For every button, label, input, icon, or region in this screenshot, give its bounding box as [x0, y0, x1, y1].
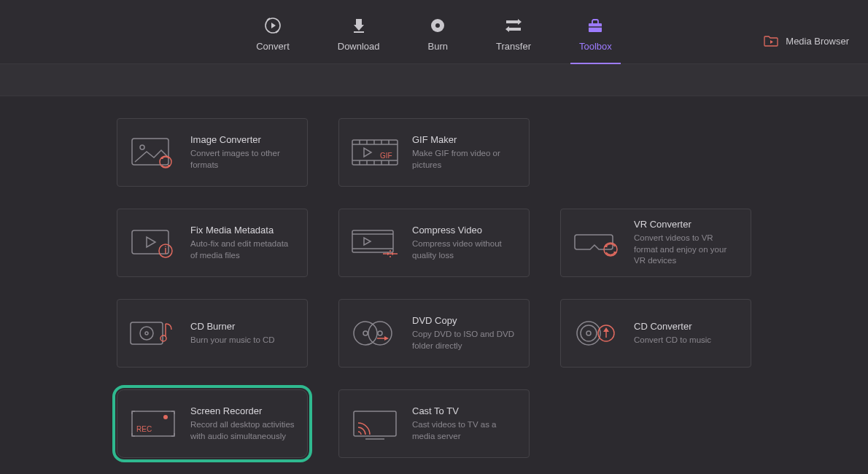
nav-label: Burn [428, 41, 448, 52]
svg-marker-35 [147, 237, 155, 247]
nav-burn[interactable]: Burn [419, 16, 457, 63]
svg-point-60 [586, 331, 591, 335]
card-desc: Compress video without quality loss [412, 238, 517, 261]
card-title: Image Converter [190, 134, 295, 145]
svg-point-55 [368, 322, 392, 345]
download-icon [349, 16, 368, 35]
media-browser-link[interactable]: Media Browser [764, 35, 849, 47]
svg-point-52 [160, 335, 166, 341]
svg-point-15 [140, 145, 144, 149]
svg-point-50 [140, 327, 153, 340]
svg-marker-32 [364, 148, 371, 157]
top-nav: Convert Download Burn [247, 16, 621, 63]
cd-converter-icon [573, 316, 621, 350]
svg-text:GIF: GIF [380, 152, 392, 160]
svg-point-53 [354, 322, 377, 345]
card-cd-converter[interactable]: CD Converter Convert CD to music [560, 299, 751, 368]
svg-point-56 [378, 331, 382, 335]
svg-point-54 [363, 331, 368, 335]
image-converter-icon [129, 136, 177, 169]
card-fix-metadata[interactable]: Fix Media Metadata Auto-fix and edit met… [117, 209, 308, 277]
svg-marker-10 [505, 26, 509, 32]
card-screen-recorder[interactable]: REC Screen Recorder Record all desktop a… [117, 389, 308, 458]
fix-metadata-icon [129, 226, 177, 260]
card-title: Compress Video [412, 225, 517, 236]
svg-rect-11 [589, 23, 602, 32]
svg-rect-2 [356, 19, 362, 25]
card-desc: Cast videos to TV as a media server [412, 419, 517, 442]
svg-point-59 [581, 325, 597, 341]
media-browser-label: Media Browser [786, 36, 849, 47]
media-browser-icon [764, 35, 778, 47]
card-desc: Convert images to other formats [190, 148, 295, 171]
card-desc: Auto-fix and edit metadata of media file… [190, 238, 295, 261]
gif-maker-icon: GIF [351, 136, 399, 169]
card-title: CD Burner [190, 321, 295, 332]
burn-icon [428, 16, 447, 35]
card-desc: Record all desktop activities with audio… [190, 419, 295, 442]
card-vr-converter[interactable]: VR Converter Convert videos to VR format… [560, 209, 751, 277]
toolbox-icon [586, 16, 605, 35]
svg-point-6 [435, 23, 440, 28]
svg-marker-3 [354, 25, 364, 31]
svg-marker-62 [603, 327, 609, 332]
compress-video-icon [351, 226, 399, 260]
card-cd-burner[interactable]: CD Burner Burn your music to CD [117, 299, 308, 368]
svg-marker-57 [384, 336, 389, 341]
svg-text:REC: REC [136, 425, 152, 433]
sub-header [0, 64, 868, 96]
card-title: Cast To TV [412, 405, 517, 416]
svg-marker-13 [770, 40, 773, 44]
dvd-copy-icon [351, 316, 399, 350]
svg-point-51 [145, 332, 148, 335]
card-title: VR Converter [634, 219, 739, 230]
card-title: Fix Media Metadata [190, 225, 295, 236]
svg-marker-1 [271, 23, 276, 28]
screen-recorder-icon: REC [129, 407, 177, 440]
card-cast-to-tv[interactable]: Cast To TV Cast videos to TV as a media … [338, 389, 530, 458]
svg-marker-8 [518, 19, 522, 25]
nav-label: Toolbox [579, 41, 612, 52]
svg-point-38 [165, 246, 166, 247]
card-dvd-copy[interactable]: DVD Copy Copy DVD to ISO and DVD folder … [338, 299, 530, 368]
nav-label: Download [338, 41, 380, 52]
card-desc: Burn your music to CD [190, 335, 295, 346]
cd-burner-icon [129, 316, 177, 350]
card-desc: Copy DVD to ISO and DVD folder directly [412, 329, 517, 351]
nav-label: Convert [256, 41, 290, 52]
toolbox-grid: Image Converter Convert images to other … [0, 96, 868, 458]
svg-rect-9 [509, 28, 521, 31]
nav-label: Transfer [496, 41, 531, 52]
svg-rect-34 [132, 230, 168, 254]
card-desc: Convert videos to VR format and enjoy on… [634, 233, 739, 267]
card-desc: Make GIF from video or pictures [412, 148, 517, 171]
nav-transfer[interactable]: Transfer [487, 16, 540, 63]
card-title: DVD Copy [412, 315, 517, 326]
nav-download[interactable]: Download [329, 16, 389, 63]
svg-rect-49 [131, 322, 163, 344]
card-title: GIF Maker [412, 134, 517, 145]
cast-to-tv-icon [351, 407, 399, 440]
svg-rect-4 [354, 31, 364, 33]
card-gif-maker[interactable]: GIF GIF Maker Make GIF from video or pic… [338, 118, 530, 187]
card-title: Screen Recorder [190, 405, 295, 416]
vr-converter-icon [573, 226, 621, 260]
svg-marker-42 [364, 238, 371, 245]
card-desc: Convert CD to music [634, 335, 739, 346]
card-title: CD Converter [634, 321, 739, 332]
convert-icon [263, 16, 282, 35]
card-image-converter[interactable]: Image Converter Convert images to other … [117, 118, 308, 187]
svg-rect-7 [506, 20, 518, 23]
svg-point-64 [163, 415, 168, 419]
nav-toolbox[interactable]: Toolbox [570, 16, 621, 63]
card-compress-video[interactable]: Compress Video Compress video without qu… [338, 209, 530, 277]
transfer-icon [504, 16, 523, 35]
nav-convert[interactable]: Convert [247, 16, 298, 63]
